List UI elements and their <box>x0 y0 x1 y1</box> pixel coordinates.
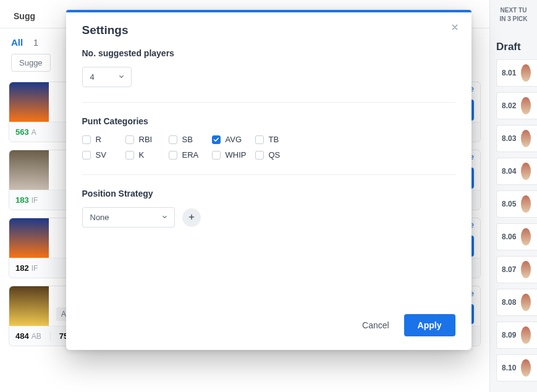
divider <box>82 174 455 175</box>
punt-option-tb[interactable]: TB <box>255 135 298 144</box>
close-button[interactable] <box>449 22 460 33</box>
checkbox <box>125 151 134 160</box>
apply-button[interactable]: Apply <box>404 314 455 336</box>
settings-modal: Settings No. suggested players 4 Punt Ca… <box>66 10 471 350</box>
checkbox-label: AVG <box>226 135 242 144</box>
checkbox-label: SV <box>96 150 106 160</box>
punt-option-whip[interactable]: WHIP <box>212 150 255 160</box>
checkbox-label: WHIP <box>226 150 247 160</box>
select-value: 4 <box>90 72 95 82</box>
num-suggested-select[interactable]: 4 <box>82 67 132 87</box>
close-icon <box>450 23 459 33</box>
checkbox <box>212 135 221 144</box>
modal-footer: Cancel Apply <box>66 228 471 350</box>
cancel-button[interactable]: Cancel <box>362 320 389 330</box>
position-row: None <box>82 207 455 228</box>
punt-option-sv[interactable]: SV <box>82 150 125 160</box>
modal-overlay: Settings No. suggested players 4 Punt Ca… <box>0 0 537 392</box>
checkbox <box>169 151 177 160</box>
punt-option-qs[interactable]: QS <box>255 150 298 160</box>
checkbox-label: ERA <box>182 150 199 160</box>
position-strategy-select[interactable]: None <box>82 207 175 228</box>
modal-title: Settings <box>82 23 455 37</box>
plus-icon <box>188 213 195 223</box>
checkbox <box>255 135 264 144</box>
checkbox <box>82 151 91 160</box>
punt-option-sb[interactable]: SB <box>169 135 212 144</box>
checkbox-label: TB <box>269 135 279 144</box>
checkbox <box>169 135 177 144</box>
add-position-button[interactable] <box>182 208 201 227</box>
checkbox-label: QS <box>269 150 281 160</box>
checkbox <box>82 135 91 144</box>
section-label-punt: Punt Categories <box>82 116 455 126</box>
chevron-down-icon <box>161 213 168 222</box>
checkbox <box>255 151 264 160</box>
checkbox-label: RBI <box>139 135 153 144</box>
chevron-down-icon <box>118 72 125 82</box>
checkbox-label: R <box>96 135 101 144</box>
punt-option-r[interactable]: R <box>82 135 125 144</box>
section-label-num: No. suggested players <box>82 48 455 58</box>
section-label-position: Position Strategy <box>82 189 455 198</box>
punt-grid: R RBI SB AVG TB SV K ERA WHIP QS <box>82 135 455 160</box>
checkbox-label: K <box>139 150 145 160</box>
punt-option-rbi[interactable]: RBI <box>125 135 169 144</box>
punt-option-k[interactable]: K <box>125 150 169 160</box>
checkbox-label: SB <box>182 135 193 144</box>
punt-option-era[interactable]: ERA <box>169 150 212 160</box>
divider <box>82 102 455 103</box>
modal-body: Settings No. suggested players 4 Punt Ca… <box>66 12 471 228</box>
checkbox <box>212 151 221 160</box>
select-value: None <box>90 213 109 222</box>
punt-option-avg[interactable]: AVG <box>212 135 255 144</box>
checkbox <box>125 135 134 144</box>
